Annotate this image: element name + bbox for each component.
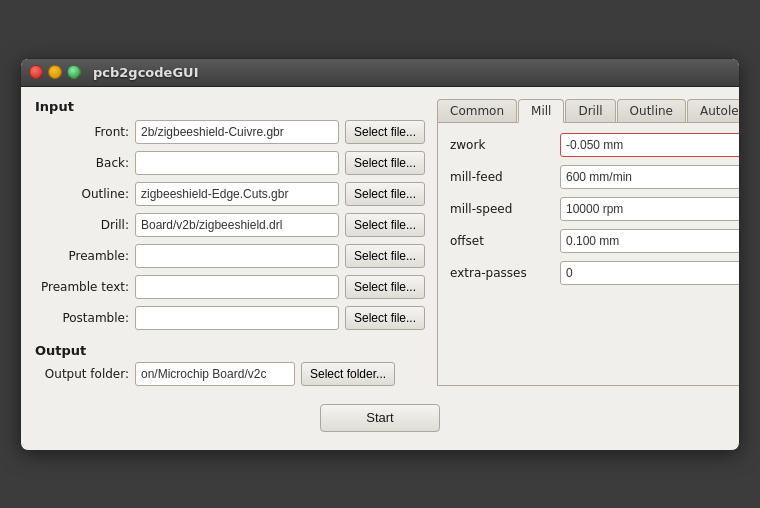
left-panel: Input Front: Select file... Back: Select…	[35, 99, 425, 386]
postamble-label: Postamble:	[35, 311, 135, 325]
front-select-button[interactable]: Select file...	[345, 120, 425, 144]
offset-row: offset ▲ ▼	[450, 229, 740, 253]
tab-outline[interactable]: Outline	[617, 99, 686, 122]
preamble-text-label: Preamble text:	[35, 280, 135, 294]
preamble-input[interactable]	[135, 244, 339, 268]
window-title: pcb2gcodeGUI	[93, 65, 199, 80]
offset-input[interactable]	[560, 229, 740, 253]
front-label: Front:	[35, 125, 135, 139]
zwork-input[interactable]	[560, 133, 740, 157]
front-input[interactable]	[135, 120, 339, 144]
mill-feed-label: mill-feed	[450, 170, 560, 184]
right-panel: Common Mill Drill Outline Autoleveller z…	[437, 99, 740, 386]
output-folder-row: Output folder: Select folder...	[35, 362, 425, 386]
extra-passes-label: extra-passes	[450, 266, 560, 280]
minimize-button[interactable]	[48, 65, 62, 79]
mill-tab-content: zwork ▲ ▼ mill-feed	[437, 123, 740, 386]
mill-speed-row: mill-speed ▲ ▼	[450, 197, 740, 221]
extra-passes-row: extra-passes ▲ ▼	[450, 261, 740, 285]
drill-row: Drill: Select file...	[35, 213, 425, 237]
back-input[interactable]	[135, 151, 339, 175]
output-folder-label: Output folder:	[35, 367, 135, 381]
preamble-select-button[interactable]: Select file...	[345, 244, 425, 268]
outline-input[interactable]	[135, 182, 339, 206]
tab-drill[interactable]: Drill	[565, 99, 615, 122]
preamble-row: Preamble: Select file...	[35, 244, 425, 268]
extra-passes-input[interactable]	[560, 261, 740, 285]
postamble-row: Postamble: Select file...	[35, 306, 425, 330]
zwork-row: zwork ▲ ▼	[450, 133, 740, 157]
zwork-label: zwork	[450, 138, 560, 152]
input-section-title: Input	[35, 99, 425, 114]
offset-input-wrap: ▲ ▼	[560, 229, 740, 253]
back-row: Back: Select file...	[35, 151, 425, 175]
outline-row: Outline: Select file...	[35, 182, 425, 206]
tab-mill[interactable]: Mill	[518, 99, 564, 123]
mill-feed-row: mill-feed ▲ ▼	[450, 165, 740, 189]
front-row: Front: Select file...	[35, 120, 425, 144]
outline-select-button[interactable]: Select file...	[345, 182, 425, 206]
window-controls	[29, 65, 81, 79]
output-section: Output Output folder: Select folder...	[35, 343, 425, 386]
back-label: Back:	[35, 156, 135, 170]
mill-speed-input[interactable]	[560, 197, 740, 221]
window-body: Input Front: Select file... Back: Select…	[21, 87, 739, 450]
start-button[interactable]: Start	[320, 404, 440, 432]
titlebar: pcb2gcodeGUI	[21, 59, 739, 87]
mill-speed-input-wrap: ▲ ▼	[560, 197, 740, 221]
offset-label: offset	[450, 234, 560, 248]
extra-passes-input-wrap: ▲ ▼	[560, 261, 740, 285]
tab-autoleveller[interactable]: Autoleveller	[687, 99, 740, 122]
preamble-label: Preamble:	[35, 249, 135, 263]
drill-input[interactable]	[135, 213, 339, 237]
zwork-input-wrap: ▲ ▼	[560, 133, 740, 157]
preamble-text-input[interactable]	[135, 275, 339, 299]
mill-speed-label: mill-speed	[450, 202, 560, 216]
preamble-text-select-button[interactable]: Select file...	[345, 275, 425, 299]
main-content: Input Front: Select file... Back: Select…	[35, 99, 725, 386]
maximize-button[interactable]	[67, 65, 81, 79]
postamble-input[interactable]	[135, 306, 339, 330]
outline-label: Outline:	[35, 187, 135, 201]
output-section-title: Output	[35, 343, 425, 358]
bottom-bar: Start	[35, 396, 725, 438]
drill-label: Drill:	[35, 218, 135, 232]
drill-select-button[interactable]: Select file...	[345, 213, 425, 237]
output-folder-select-button[interactable]: Select folder...	[301, 362, 395, 386]
output-folder-input[interactable]	[135, 362, 295, 386]
mill-feed-input-wrap: ▲ ▼	[560, 165, 740, 189]
tabs-bar: Common Mill Drill Outline Autoleveller	[437, 99, 740, 123]
main-window: pcb2gcodeGUI Input Front: Select file...…	[20, 58, 740, 451]
back-select-button[interactable]: Select file...	[345, 151, 425, 175]
close-button[interactable]	[29, 65, 43, 79]
postamble-select-button[interactable]: Select file...	[345, 306, 425, 330]
mill-feed-input[interactable]	[560, 165, 740, 189]
preamble-text-row: Preamble text: Select file...	[35, 275, 425, 299]
tab-common[interactable]: Common	[437, 99, 517, 122]
